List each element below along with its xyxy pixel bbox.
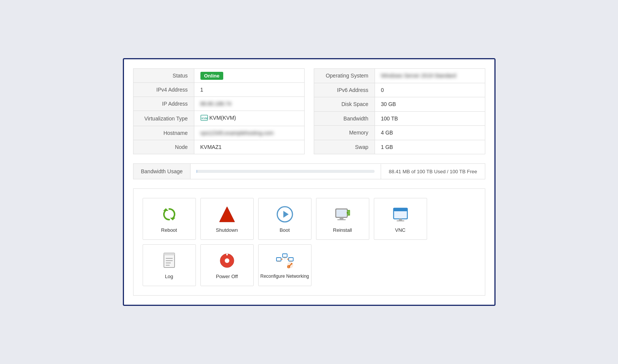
label-ipv6: IPv6 Address [314, 83, 375, 97]
table-row: IP Address 88.80.188.74 [133, 97, 304, 111]
hostname-value: vps12345.examplehosting.com [200, 130, 274, 136]
log-icon [160, 252, 178, 270]
shutdown-icon [218, 205, 236, 223]
svg-rect-26 [276, 258, 281, 261]
bandwidth-used-text: 88.41 MB of 100 TB Used / 100 TB Free [381, 164, 485, 179]
bandwidth-section: Bandwidth Usage 88.41 MB of 100 TB Used … [133, 163, 485, 179]
svg-marker-4 [219, 207, 235, 222]
value-ipv4: 1 [194, 83, 304, 97]
svg-rect-27 [277, 261, 280, 262]
reboot-icon [160, 205, 178, 223]
table-row: Disk Space 30 GB [314, 97, 485, 112]
bandwidth-bar-outer [197, 170, 375, 173]
svg-rect-15 [399, 219, 402, 220]
vnc-icon [391, 205, 410, 223]
svg-point-24 [225, 258, 229, 263]
svg-point-34 [291, 263, 292, 264]
svg-rect-16 [397, 220, 404, 222]
reinstall-label: Reinstall [333, 227, 352, 233]
vnc-label: VNC [395, 227, 405, 233]
boot-label: Boot [280, 227, 290, 233]
right-info-table: Operating System Windows Server 2019 Sta… [314, 68, 485, 154]
svg-rect-30 [283, 254, 287, 257]
label-memory: Memory [314, 126, 375, 140]
power-off-label: Power Off [216, 274, 238, 279]
shutdown-label: Shutdown [216, 227, 238, 233]
kvm-icon-wrapper: KVM KVM(KVM) [200, 115, 236, 121]
ip-address-value: 88.80.188.74 [200, 101, 232, 107]
label-node: Node [133, 140, 194, 154]
svg-rect-18 [164, 253, 175, 255]
log-label: Log [165, 274, 173, 279]
value-memory: 4 GB [375, 126, 485, 140]
power-off-button[interactable]: Power Off [200, 244, 254, 286]
os-value: Windows Server 2019 Standard [381, 73, 456, 79]
table-row: Virtualization Type KVM KVM(KVM) [133, 111, 304, 126]
svg-marker-3 [163, 208, 168, 211]
shutdown-button[interactable]: Shutdown [200, 198, 254, 240]
reboot-button[interactable]: Reboot [143, 198, 196, 240]
svg-rect-29 [289, 261, 292, 262]
left-info-table: Status Online IPv4 Address 1 IP Address … [133, 68, 305, 154]
label-os: Operating System [314, 69, 375, 83]
value-swap: 1 GB [375, 140, 485, 154]
value-ipv6: 0 [375, 83, 485, 97]
label-virt-type: Virtualization Type [133, 111, 194, 126]
svg-rect-28 [289, 258, 293, 261]
reboot-label: Reboot [161, 227, 177, 233]
table-row: IPv4 Address 1 [133, 83, 304, 97]
label-hostname: Hostname [133, 126, 194, 140]
table-row: Status Online [133, 69, 304, 83]
svg-marker-2 [170, 218, 175, 220]
value-ip-address: 88.80.188.74 [194, 97, 304, 111]
vnc-button[interactable]: VNC [374, 198, 427, 240]
value-disk: 30 GB [375, 97, 485, 112]
kvm-text: KVM(KVM) [210, 115, 236, 121]
label-swap: Swap [314, 140, 375, 154]
value-status: Online [194, 69, 304, 83]
kvm-logo-icon: KVM [200, 115, 208, 121]
reconfigure-networking-icon [276, 252, 294, 270]
svg-rect-25 [226, 254, 228, 255]
log-button[interactable]: Log [143, 244, 196, 286]
svg-marker-6 [283, 211, 289, 218]
table-row: Hostname vps12345.examplehosting.com [133, 126, 304, 140]
label-disk: Disk Space [314, 97, 375, 112]
main-container: Status Online IPv4 Address 1 IP Address … [123, 58, 496, 306]
svg-rect-9 [340, 217, 343, 219]
reconfigure-networking-label: Reconfigure Networking [260, 274, 309, 279]
svg-rect-8 [337, 210, 346, 217]
reinstall-button[interactable]: Reinstall [316, 198, 369, 240]
table-row: Operating System Windows Server 2019 Sta… [314, 69, 485, 83]
power-off-icon [218, 252, 236, 270]
label-ipv4: IPv4 Address [133, 83, 194, 97]
table-row: Bandwidth 100 TB [314, 111, 485, 126]
svg-rect-13 [394, 208, 407, 211]
value-os: Windows Server 2019 Standard [375, 69, 485, 83]
bandwidth-label: Bandwidth Usage [133, 164, 191, 179]
reconfigure-networking-button[interactable]: Reconfigure Networking [258, 244, 311, 286]
value-node: KVMAZ1 [194, 140, 304, 154]
bandwidth-bar-container [191, 165, 381, 177]
table-row: IPv6 Address 0 [314, 83, 485, 97]
value-hostname: vps12345.examplehosting.com [194, 126, 304, 140]
status-badge: Online [200, 72, 223, 80]
actions-section: Reboot Shutdown Boot [133, 188, 485, 296]
table-row: Swap 1 GB [314, 140, 485, 154]
svg-text:KVM: KVM [202, 117, 208, 120]
svg-rect-14 [394, 211, 407, 218]
value-virt-type: KVM KVM(KVM) [194, 111, 304, 126]
boot-button[interactable]: Boot [258, 198, 311, 240]
actions-grid: Reboot Shutdown Boot [143, 198, 476, 286]
label-ip-address: IP Address [133, 97, 194, 111]
table-row: Memory 4 GB [314, 126, 485, 140]
table-row: Node KVMAZ1 [133, 140, 304, 154]
label-status: Status [133, 69, 194, 83]
boot-icon [276, 205, 294, 223]
info-section: Status Online IPv4 Address 1 IP Address … [133, 68, 485, 154]
reinstall-icon [334, 205, 352, 223]
svg-rect-10 [337, 219, 346, 220]
label-bandwidth: Bandwidth [314, 111, 375, 126]
value-bandwidth: 100 TB [375, 111, 485, 126]
